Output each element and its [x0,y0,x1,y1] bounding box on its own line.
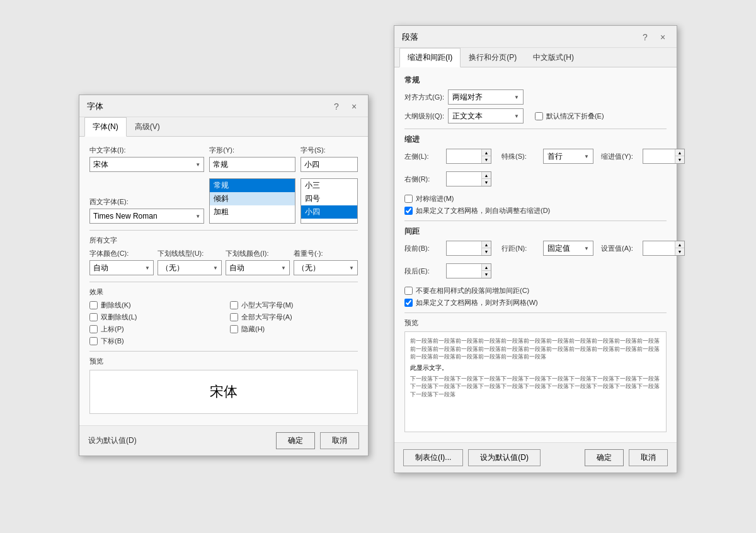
font-size-listbox[interactable]: 小三 四号 小四 [301,178,358,224]
emphasis-select[interactable]: （无） ▼ [294,260,358,275]
outline-select[interactable]: 正文文本 ▼ [448,108,524,123]
no-extra-space-row: 不要在相同样式的段落间增加间距(C) [404,286,667,295]
after-row: 段后(E): 0 行 ▲ ▼ [404,263,491,278]
indent-value-input[interactable]: 2 字符 [643,149,675,163]
font-style-item-italic[interactable]: 倾斜 [210,192,295,205]
font-cancel-button[interactable]: 取消 [320,432,359,449]
west-font-arrow: ▼ [195,214,200,219]
set-value-input[interactable]: 22 磅 [643,241,675,255]
divider-para-preview [404,312,667,313]
before-label: 段前(B): [404,244,442,253]
indent-value-spinbox[interactable]: 2 字符 ▲ ▼ [643,149,685,164]
font-help-button[interactable]: ? [330,100,343,113]
align-label: 对齐方式(G): [404,93,444,102]
underline-type-value: （无） [161,263,184,273]
font-size-item-s4[interactable]: 小四 [301,205,357,219]
underline-type-select[interactable]: （无） ▼ [158,260,222,275]
effect-strikethrough: 删除线(K) [89,301,217,310]
para-tab-button[interactable]: 制表位(I)... [403,449,463,466]
left-indent-spinbox[interactable]: 0 字符 ▲ ▼ [446,149,491,164]
mirror-indent-checkbox[interactable] [404,195,413,203]
collapse-checkbox[interactable] [535,112,543,120]
para-default-button[interactable]: 设为默认值(D) [468,449,541,466]
indent-value-arrows: ▲ ▼ [675,149,684,163]
collapse-label: 默认情况下折叠(E) [546,112,604,121]
font-ok-button[interactable]: 确定 [276,432,315,449]
tab-chinese[interactable]: 中文版式(H) [525,48,582,67]
font-default-button[interactable]: 设为默认值(D) [88,433,137,449]
special-select[interactable]: 首行 ▼ [543,149,593,164]
indent-section-header: 缩进 [404,134,667,145]
font-close-button[interactable]: × [348,100,360,113]
left-indent-row: 左侧(L): 0 字符 ▲ ▼ [404,149,491,164]
tab-line-page[interactable]: 换行和分页(P) [461,48,525,67]
para-close-button[interactable]: × [656,31,669,43]
outline-value: 正文文本 [452,111,483,122]
superscript-label: 上标(P) [101,324,124,334]
right-indent-input[interactable]: 0 字符 [447,172,481,186]
font-style-item-regular[interactable]: 常规 [210,179,295,192]
underline-color-select[interactable]: 自动 ▼ [226,260,290,275]
after-input[interactable]: 0 行 [447,264,481,278]
before-spinbox[interactable]: 0 行 ▲ ▼ [446,241,491,256]
grid-align-row: 如果定义了文档网格，则对齐到网格(W) [404,298,667,307]
font-size-input[interactable]: 小四 [301,157,358,172]
grid-align-label: 如果定义了文档网格，则对齐到网格(W) [416,298,538,307]
left-indent-input[interactable]: 0 字符 [447,149,481,163]
emphasis-arrow: ▼ [349,265,354,271]
no-extra-space-checkbox[interactable] [404,287,413,295]
grid-align-checkbox[interactable] [404,299,413,307]
superscript-checkbox[interactable] [89,325,98,333]
double-strikethrough-checkbox[interactable] [89,313,98,321]
tab-font[interactable]: 字体(N) [84,117,127,137]
allcaps-checkbox[interactable] [230,313,238,321]
font-size-item-s3[interactable]: 小三 [301,179,357,192]
font-dialog-footer: 设为默认值(D) 确定 取消 [79,425,368,456]
after-spinbox[interactable]: 0 行 ▲ ▼ [446,263,491,278]
strikethrough-checkbox[interactable] [89,301,98,309]
font-style-input[interactable]: 常规 [209,157,295,172]
before-input[interactable]: 0 行 [447,241,481,255]
font-style-item-bold[interactable]: 加粗 [210,205,295,219]
subscript-checkbox[interactable] [89,337,98,345]
para-help-button[interactable]: ? [639,31,651,43]
font-size-item-4[interactable]: 四号 [301,192,357,205]
right-indent-spinbox[interactable]: 0 字符 ▲ ▼ [446,171,491,186]
font-west-row: 西文字体(E): Times New Roman ▼ 常规 倾斜 加粗 小三 四… [89,178,358,224]
underline-type-arrow: ▼ [213,265,218,271]
font-preview-title: 预览 [89,357,358,366]
para-footer-right: 确定 取消 [585,449,668,466]
para-cancel-button[interactable]: 取消 [629,449,668,466]
right-indent-up[interactable]: ▲ [482,172,491,179]
line-spacing-select[interactable]: 固定值 ▼ [543,241,593,256]
align-select[interactable]: 两端对齐 ▼ [448,89,524,105]
hidden-checkbox[interactable] [230,325,238,333]
after-up[interactable]: ▲ [482,264,491,271]
font-color-value: 自动 [93,263,108,273]
tab-indent-spacing[interactable]: 缩进和间距(I) [399,48,461,67]
west-font-select[interactable]: Times New Roman ▼ [89,209,204,224]
line-spacing-label: 行距(N): [501,244,539,253]
before-down[interactable]: ▼ [482,248,491,255]
all-chars-row: 字体颜色(C): 自动 ▼ 下划线线型(U): （无） ▼ 下划线颜色(I): … [89,249,358,275]
right-indent-down[interactable]: ▼ [482,179,491,186]
set-value-spinbox[interactable]: 22 磅 ▲ ▼ [643,241,685,256]
tab-font-advanced[interactable]: 高级(V) [127,117,168,137]
indent-value-up[interactable]: ▲ [675,149,684,156]
left-indent-up[interactable]: ▲ [482,149,491,156]
indent-value-down[interactable]: ▼ [675,156,684,163]
chinese-font-group: 中文字体(I): 宋体 ▼ [89,146,204,172]
left-indent-down[interactable]: ▼ [482,156,491,163]
font-preview-box: 宋体 [89,370,358,414]
set-value-up[interactable]: ▲ [675,241,684,248]
after-down[interactable]: ▼ [482,271,491,278]
para-ok-button[interactable]: 确定 [585,449,624,466]
before-up[interactable]: ▲ [482,241,491,248]
auto-adjust-checkbox[interactable] [404,207,413,215]
chinese-font-select[interactable]: 宋体 ▼ [89,157,204,172]
emphasis-value: （无） [297,263,320,273]
set-value-down[interactable]: ▼ [675,248,684,255]
smallcaps-checkbox[interactable] [230,301,238,309]
font-color-select[interactable]: 自动 ▼ [89,260,154,275]
font-style-listbox[interactable]: 常规 倾斜 加粗 [209,178,295,224]
